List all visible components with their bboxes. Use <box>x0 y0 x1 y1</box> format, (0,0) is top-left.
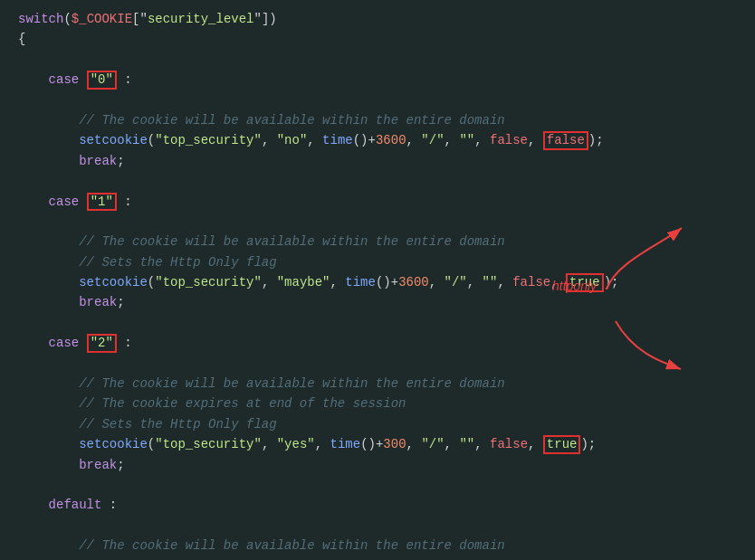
code-line-15: break; <box>18 292 737 312</box>
code-line-14: setcookie("top_security", "maybe", time(… <box>18 272 737 292</box>
code-line-2: { <box>18 29 737 49</box>
code-line-28: setcookie("top_security", "no", time()+3… <box>18 556 737 560</box>
httponly-annotation: httponly <box>552 279 597 293</box>
code-line-26 <box>18 516 737 536</box>
code-line-12: // The cookie will be available within t… <box>18 232 737 252</box>
code-editor: switch($_COOKIE["security_level"]) { cas… <box>0 0 755 560</box>
code-line-22: setcookie("top_security", "yes", time()+… <box>18 434 737 454</box>
code-line-25: default : <box>18 495 737 515</box>
code-line-21: // Sets the Http Only flag <box>18 414 737 434</box>
code-line-7: setcookie("top_security", "no", time()+3… <box>18 130 737 150</box>
code-line-10: case "1" : <box>18 192 737 212</box>
code-line-13: // Sets the Http Only flag <box>18 252 737 272</box>
code-line-1: switch($_COOKIE["security_level"]) <box>18 9 737 29</box>
code-line-4: case "0" : <box>18 70 737 90</box>
code-line-11 <box>18 212 737 232</box>
code-line-19: // The cookie will be available within t… <box>18 374 737 394</box>
code-line-3 <box>18 50 737 70</box>
code-line-17: case "2" : <box>18 333 737 353</box>
code-line-16 <box>18 313 737 333</box>
code-line-27: // The cookie will be available within t… <box>18 536 737 555</box>
code-line-8: break; <box>18 151 737 171</box>
code-line-24 <box>18 475 737 495</box>
code-line-9 <box>18 171 737 191</box>
code-line-20: // The cookie expires at end of the sess… <box>18 394 737 413</box>
code-line-23: break; <box>18 455 737 475</box>
code-line-18 <box>18 354 737 374</box>
code-line-5 <box>18 90 737 110</box>
code-line-6: // The cookie will be available within t… <box>18 110 737 130</box>
